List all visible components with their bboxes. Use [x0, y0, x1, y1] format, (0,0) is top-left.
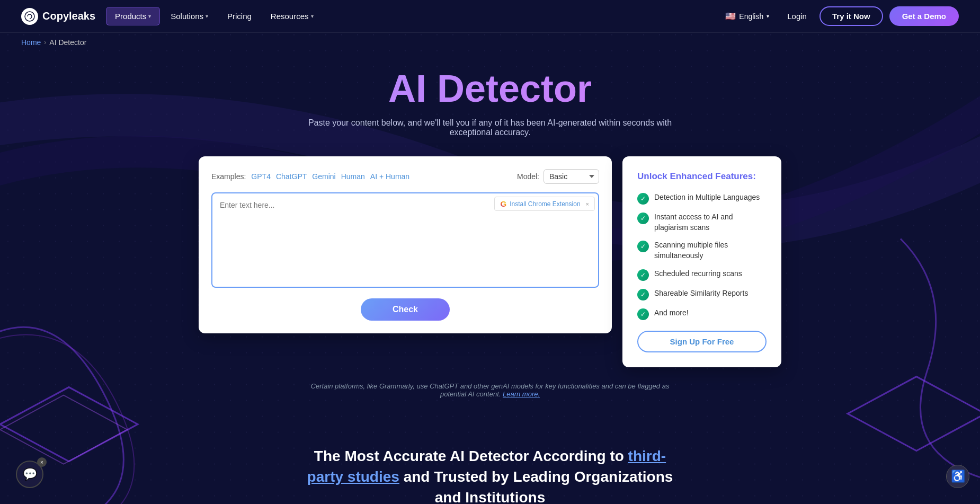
accessibility-icon: ♿ [951, 470, 965, 483]
logo[interactable]: Copyleaks [21, 8, 95, 25]
textarea-wrapper: G Install Chrome Extension × [211, 192, 599, 290]
disclaimer: Certain platforms, like Grammarly, use C… [305, 382, 675, 398]
features-card: Unlock Enhanced Features: ✓ Detection in… [622, 156, 781, 367]
hero-subtitle: Paste your content below, and we'll tell… [305, 118, 675, 137]
breadcrumb-home[interactable]: Home [21, 38, 41, 47]
get-demo-button[interactable]: Get a Demo [889, 6, 959, 26]
check-icon-2: ✓ [637, 213, 649, 224]
feature-text-3: Scanning multiple files simultaneously [654, 240, 767, 261]
model-label: Model: [517, 172, 539, 181]
page-title: AI Detector [21, 68, 959, 110]
model-dropdown[interactable]: Basic Advanced Pro [544, 169, 599, 184]
example-gemini[interactable]: Gemini [312, 172, 335, 181]
nav-resources[interactable]: Resources ▾ [262, 7, 322, 25]
bottom-section: The Most Accurate AI Detector According … [0, 419, 980, 504]
example-gpt4[interactable]: GPT4 [251, 172, 271, 181]
check-icon-1: ✓ [637, 193, 649, 205]
cards-row: Examples: GPT4 ChatGPT Gemini Human AI +… [199, 156, 781, 367]
products-chevron-icon: ▾ [148, 13, 151, 19]
third-party-link[interactable]: third-party studies [307, 448, 666, 485]
signup-button[interactable]: Sign Up For Free [637, 331, 767, 352]
solutions-chevron-icon: ▾ [206, 13, 208, 19]
breadcrumb-separator: › [44, 39, 46, 46]
breadcrumb-current: AI Detector [49, 38, 86, 47]
feature-item-5: ✓ Shareable Similarity Reports [637, 288, 767, 300]
accessibility-button[interactable]: ♿ [946, 465, 969, 488]
examples-row: Examples: GPT4 ChatGPT Gemini Human AI +… [211, 169, 599, 184]
example-human[interactable]: Human [341, 172, 365, 181]
nav-right: 🇺🇸 English ▾ Login Try it Now Get a Demo [720, 6, 959, 26]
login-button[interactable]: Login [781, 7, 813, 25]
feature-item-3: ✓ Scanning multiple files simultaneously [637, 240, 767, 261]
disclaimer-text: Certain platforms, like Grammarly, use C… [311, 382, 670, 398]
logo-icon [21, 8, 38, 25]
accessibility-widget: ♿ [946, 465, 969, 488]
example-chatgpt[interactable]: ChatGPT [276, 172, 307, 181]
logo-text: Copyleaks [42, 10, 95, 22]
resources-chevron-icon: ▾ [311, 13, 314, 19]
check-button[interactable]: Check [361, 298, 450, 321]
navbar: Copyleaks Products ▾ Solutions ▾ Pricing… [0, 0, 980, 33]
feature-text-1: Detection in Multiple Languages [654, 192, 760, 203]
chat-widget: × 💬 [16, 461, 43, 488]
language-selector[interactable]: 🇺🇸 English ▾ [720, 8, 774, 24]
check-icon-5: ✓ [637, 289, 649, 300]
detector-card: Examples: GPT4 ChatGPT Gemini Human AI +… [199, 156, 612, 333]
breadcrumb: Home › AI Detector [0, 33, 980, 52]
check-icon-6: ✓ [637, 308, 649, 320]
chrome-extension-text: Install Chrome Extension [510, 200, 580, 208]
chrome-g-icon: G [500, 199, 506, 208]
svg-point-2 [25, 12, 34, 21]
feature-text-4: Scheduled recurring scans [654, 269, 742, 279]
chat-close-icon[interactable]: × [37, 457, 47, 467]
feature-text-5: Shareable Similarity Reports [654, 288, 748, 299]
chrome-close-icon[interactable]: × [586, 201, 589, 207]
disclaimer-link[interactable]: Learn more. [503, 390, 540, 398]
example-ai-human[interactable]: AI + Human [370, 172, 409, 181]
model-selector: Model: Basic Advanced Pro [517, 169, 599, 184]
lang-chevron-icon: ▾ [767, 13, 769, 19]
feature-item-6: ✓ And more! [637, 308, 767, 320]
check-icon-4: ✓ [637, 269, 649, 281]
try-now-button[interactable]: Try it Now [819, 6, 883, 26]
nav-products[interactable]: Products ▾ [106, 7, 160, 25]
nav-solutions[interactable]: Solutions ▾ [162, 7, 217, 25]
feature-item-4: ✓ Scheduled recurring scans [637, 269, 767, 281]
bottom-title: The Most Accurate AI Detector According … [305, 446, 675, 504]
feature-item-2: ✓ Instant access to AI and plagiarism sc… [637, 212, 767, 233]
features-title: Unlock Enhanced Features: [637, 171, 767, 182]
main-content: AI Detector Paste your content below, an… [0, 52, 980, 419]
chat-icon: 💬 [23, 467, 37, 481]
chrome-extension-banner[interactable]: G Install Chrome Extension × [494, 197, 595, 211]
check-icon-3: ✓ [637, 241, 649, 252]
nav-pricing[interactable]: Pricing [219, 7, 260, 25]
feature-text-2: Instant access to AI and plagiarism scan… [654, 212, 767, 233]
feature-text-6: And more! [654, 308, 689, 319]
feature-item-1: ✓ Detection in Multiple Languages [637, 192, 767, 205]
nav-items: Products ▾ Solutions ▾ Pricing Resources… [106, 7, 720, 25]
examples-label: Examples: [211, 172, 246, 181]
